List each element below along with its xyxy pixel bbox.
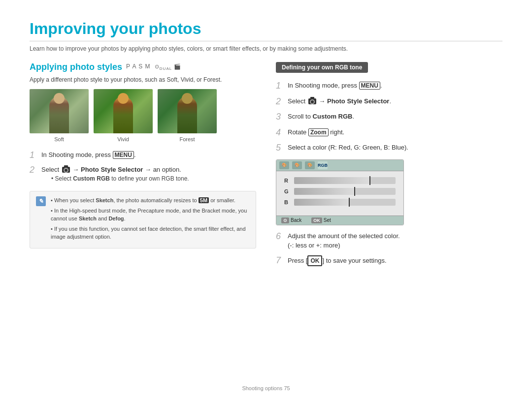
rgb-tab-2: 🎨 [292, 161, 302, 169]
ok-key-icon: OK [311, 217, 322, 223]
rgb-fill-g [294, 188, 355, 195]
camera-icon-right [308, 98, 316, 104]
rgb-indicator-b [349, 198, 350, 207]
menu-key: MENU [113, 151, 134, 159]
two-column-layout: Applying photo styles P A S M ⊙DUAL 🎬 Ap… [30, 62, 502, 271]
right-step-6: 6 Adjust the amount of the selected colo… [276, 231, 502, 250]
applying-photo-styles-label: Applying photo styles [30, 62, 122, 72]
rgb-fill-r [294, 177, 370, 184]
section-description: Apply a different photo style to your ph… [30, 76, 256, 83]
photo-vivid [94, 89, 153, 133]
photo-soft [30, 89, 89, 133]
right-step-num-7: 7 [276, 255, 284, 266]
right-step-num-6: 6 [276, 231, 284, 242]
rgb-tab-active: RGB [318, 161, 328, 169]
rgb-bar-g [294, 188, 396, 195]
rgb-footer: ⊙ Back OK Set [276, 216, 403, 225]
pasm-badge: P A S M ⊙DUAL 🎬 [126, 63, 181, 71]
left-step-1: 1 In Shooting mode, press MENU. [30, 150, 256, 161]
photo-examples-row [30, 89, 256, 133]
right-step-text-1: In Shooting mode, press MENU. [288, 81, 502, 91]
back-key-icon: ⊙ [281, 217, 289, 223]
rgb-ui-mockup: 🎨 🎨 🎨 RGB R G [276, 159, 404, 225]
step-num-2: 2 [30, 165, 37, 176]
right-step-text-5: Select a color (R: Red, G: Green, B: Blu… [288, 143, 502, 153]
note-bullet-2: • In the High-speed burst mode, the Prec… [51, 207, 250, 223]
rgb-label-b: B [284, 199, 290, 205]
ok-key: OK [307, 255, 322, 266]
right-step-num-3: 3 [276, 112, 284, 123]
right-step-2: 2 Select → Photo Style Selector. [276, 96, 502, 107]
zoom-key: Zoom [308, 128, 329, 136]
right-step-1: 1 In Shooting mode, press MENU. [276, 81, 502, 92]
page-subtitle: Learn how to improve your photos by appl… [30, 45, 502, 52]
rgb-body: R G [276, 171, 403, 216]
page-title: Improving your photos [30, 20, 502, 38]
rgb-tab-1: 🎨 [279, 161, 289, 169]
note-bullet-1: • When you select Sketch, the photo auto… [51, 196, 250, 205]
rgb-fill-b [294, 199, 350, 206]
rgb-bar-b [294, 199, 396, 206]
sub-bullet-customrgb: Select Custom RGB to define your own RGB… [51, 174, 256, 183]
rgb-row-r: R [284, 177, 396, 184]
page-footer: Shooting options 75 [0, 385, 532, 391]
back-label: Back [291, 217, 301, 223]
right-step-text-2: Select → Photo Style Selector. [288, 96, 502, 106]
label-soft: Soft [30, 136, 89, 142]
rgb-indicator-g [354, 187, 355, 196]
step-num-1: 1 [30, 150, 37, 161]
rgb-set-btn: OK Set [311, 217, 331, 223]
rgb-section-header: Defining your own RGB tone [276, 62, 368, 73]
right-step-7: 7 Press [OK] to save your settings. [276, 255, 502, 266]
rgb-label-r: R [284, 178, 290, 184]
page: Improving your photos Learn how to impro… [0, 0, 532, 401]
right-step-num-5: 5 [276, 143, 284, 154]
right-step-text-3: Scroll to Custom RGB. [288, 112, 502, 122]
right-column: Defining your own RGB tone 1 In Shooting… [276, 62, 502, 271]
rgb-row-b: B [284, 199, 396, 206]
5m-badge: 5M [199, 197, 209, 203]
right-step-text-6: Adjust the amount of the selected color.… [288, 231, 502, 250]
rgb-back-btn: ⊙ Back [281, 217, 301, 223]
set-label: Set [324, 217, 331, 223]
right-step-num-1: 1 [276, 81, 284, 92]
label-forest: Forest [158, 136, 217, 142]
section-title-applying: Applying photo styles P A S M ⊙DUAL 🎬 [30, 62, 256, 72]
rgb-row-g: G [284, 188, 396, 195]
note-icon: ✎ [36, 196, 46, 206]
note-content: • When you select Sketch, the photo auto… [51, 196, 250, 243]
step-text-1: In Shooting mode, press MENU. [41, 150, 256, 160]
step6-sub: (-: less or +: more) [288, 242, 340, 249]
label-vivid: Vivid [94, 136, 153, 142]
rgb-tab-3: 🎨 [305, 161, 315, 169]
right-step-num-2: 2 [276, 96, 284, 107]
footer-text: Shooting options 75 [242, 385, 290, 391]
right-step-3: 3 Scroll to Custom RGB. [276, 112, 502, 123]
rgb-toolbar: 🎨 🎨 🎨 RGB [276, 160, 403, 171]
left-step-2: 2 Select → Photo Style Selector → an opt… [30, 165, 256, 186]
right-step-4: 4 Rotate Zoom right. [276, 127, 502, 138]
rgb-bar-r [294, 177, 396, 184]
photo-forest [158, 89, 217, 133]
note-box: ✎ • When you select Sketch, the photo au… [30, 191, 256, 248]
step-text-2: Select → Photo Style Selector → an optio… [41, 165, 256, 186]
right-step-num-4: 4 [276, 127, 284, 138]
note-bullet-3: • If you use this function, you cannot s… [51, 225, 250, 241]
photo-labels-row: Soft Vivid Forest [30, 136, 256, 142]
rgb-indicator-r [369, 176, 370, 185]
right-step-text-7: Press [OK] to save your settings. [288, 255, 502, 266]
left-column: Applying photo styles P A S M ⊙DUAL 🎬 Ap… [30, 62, 256, 271]
title-divider [30, 41, 502, 41]
camera-icon-left [62, 167, 70, 173]
right-step-text-4: Rotate Zoom right. [288, 127, 502, 137]
menu-key-right: MENU [359, 82, 380, 90]
right-step-5: 5 Select a color (R: Red, G: Green, B: B… [276, 143, 502, 154]
rgb-label-g: G [284, 188, 290, 194]
